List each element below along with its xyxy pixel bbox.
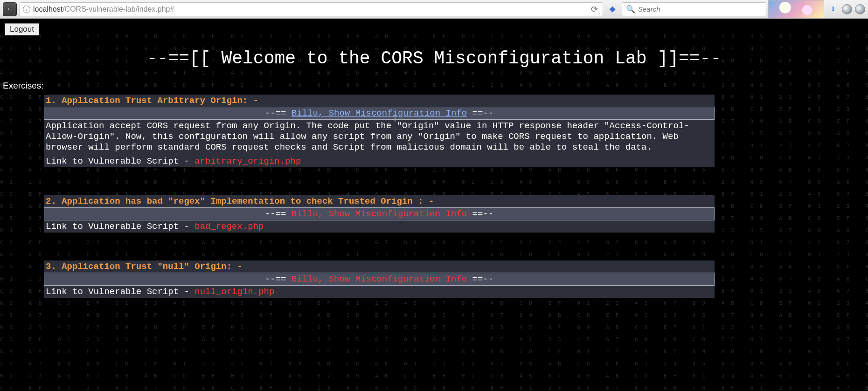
- page-title: --==[[ Welcome to the CORS Misconfigurat…: [5, 48, 863, 69]
- link-prefix: Link to Vulnerable Script -: [46, 221, 194, 232]
- exercise-block-1: 1. Application Trust Arbitrary Origin: -…: [44, 95, 715, 167]
- toggle-link-text: Billu, Show Misconfiguration Info: [292, 274, 467, 284]
- reload-button[interactable]: ⟳: [589, 4, 600, 15]
- toggle-misconfig-info-2[interactable]: --== Billu, Show Misconfiguration Info =…: [44, 207, 715, 220]
- back-button[interactable]: ←: [3, 2, 17, 16]
- page-body: Logout --==[[ Welcome to the CORS Miscon…: [0, 19, 868, 330]
- addon-icon-2[interactable]: [855, 4, 865, 14]
- logout-button[interactable]: Logout: [5, 23, 39, 35]
- vuln-script-line: Link to Vulnerable Script - arbitrary_or…: [44, 155, 715, 167]
- arrow-left-icon: ←: [7, 5, 12, 14]
- info-icon[interactable]: i: [23, 6, 30, 13]
- exercise-block-2: 2. Application has bad "regex" Implement…: [44, 195, 715, 233]
- toggle-suffix: ==--: [467, 274, 493, 284]
- persona-theme-image: [768, 0, 824, 19]
- vuln-script-line: Link to Vulnerable Script - bad_regex.ph…: [44, 220, 715, 233]
- toggle-misconfig-info-1[interactable]: --== Billu, Show Misconfiguration Info =…: [44, 107, 715, 120]
- toggle-prefix: --==: [265, 274, 292, 284]
- link-prefix: Link to Vulnerable Script -: [46, 156, 194, 166]
- exercises-label: Exercises:: [3, 81, 863, 91]
- url-bar[interactable]: i localhost/CORS-vulnerable-lab/index.ph…: [20, 2, 603, 16]
- exercise-description: Application accept CORS request from any…: [44, 120, 715, 155]
- vuln-script-line: Link to Vulnerable Script - null_origin.…: [44, 286, 715, 298]
- vuln-script-link-2[interactable]: bad_regex.php: [194, 221, 264, 232]
- toggle-misconfig-info-3[interactable]: --== Billu, Show Misconfiguration Info =…: [44, 273, 715, 286]
- url-host: localhost: [33, 5, 62, 13]
- exercise-heading: 2. Application has bad "regex" Implement…: [44, 195, 715, 207]
- download-icon[interactable]: ⬇: [827, 3, 839, 15]
- toggle-prefix: --==: [265, 209, 292, 219]
- vuln-script-link-3[interactable]: null_origin.php: [194, 287, 274, 297]
- search-box[interactable]: 🔍: [622, 2, 766, 16]
- search-icon: 🔍: [626, 5, 635, 14]
- browser-toolbar: ← i localhost/CORS-vulnerable-lab/index.…: [0, 0, 868, 19]
- bookmark-icon[interactable]: ◆: [606, 3, 619, 16]
- url-path: /CORS-vulnerable-lab/index.php#: [62, 5, 174, 13]
- link-prefix: Link to Vulnerable Script -: [46, 287, 194, 297]
- toggle-prefix: --==: [265, 108, 292, 118]
- exercise-heading: 1. Application Trust Arbitrary Origin: -: [44, 95, 715, 107]
- addon-icon[interactable]: [842, 4, 852, 14]
- toggle-link-text: Billu, Show Misconfiguration Info: [292, 108, 467, 118]
- search-input[interactable]: [638, 5, 762, 13]
- toggle-link-text: Billu, Show Misconfiguration Info: [292, 209, 467, 219]
- toggle-suffix: ==--: [467, 108, 493, 118]
- vuln-script-link-1[interactable]: arbitrary_origin.php: [194, 156, 301, 166]
- exercise-block-3: 3. Application Trust "null" Origin: - --…: [44, 261, 715, 298]
- exercise-heading: 3. Application Trust "null" Origin: -: [44, 261, 715, 273]
- url-text: localhost/CORS-vulnerable-lab/index.php#: [33, 5, 174, 14]
- toggle-suffix: ==--: [467, 209, 493, 219]
